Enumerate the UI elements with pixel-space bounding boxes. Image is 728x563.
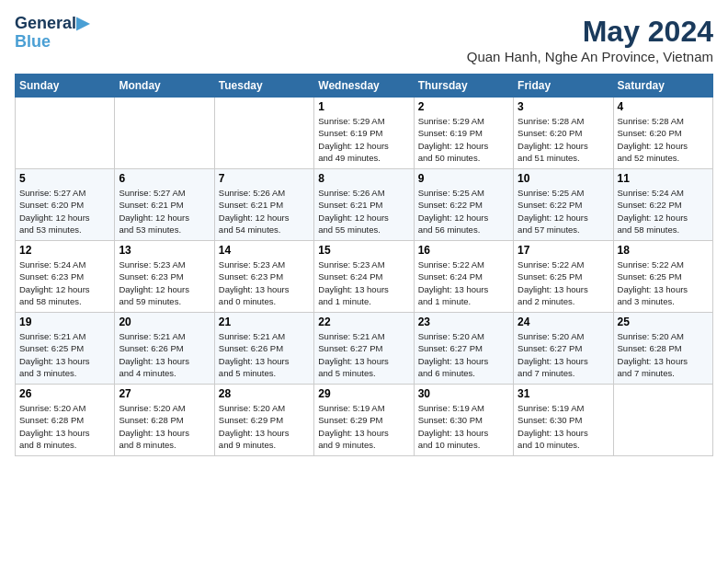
day-number: 1 — [318, 100, 409, 113]
day-info: Sunrise: 5:23 AM Sunset: 6:24 PM Dayligh… — [318, 259, 409, 307]
calendar-week-row: 26Sunrise: 5:20 AM Sunset: 6:28 PM Dayli… — [16, 385, 713, 456]
day-number: 25 — [618, 316, 709, 328]
calendar-cell: 18Sunrise: 5:22 AM Sunset: 6:25 PM Dayli… — [613, 241, 712, 313]
day-number: 7 — [219, 172, 310, 185]
day-number: 2 — [418, 100, 509, 113]
weekday-header-row: SundayMondayTuesdayWednesdayThursdayFrid… — [16, 75, 713, 98]
day-number: 30 — [418, 387, 509, 400]
day-number: 5 — [19, 172, 110, 185]
day-number: 31 — [518, 387, 609, 400]
calendar-cell — [16, 98, 115, 169]
calendar-cell: 24Sunrise: 5:20 AM Sunset: 6:27 PM Dayli… — [514, 313, 613, 385]
location-title: Quan Hanh, Nghe An Province, Vietnam — [467, 49, 713, 64]
weekday-header: Sunday — [16, 75, 115, 98]
calendar-cell: 20Sunrise: 5:21 AM Sunset: 6:26 PM Dayli… — [115, 313, 214, 385]
day-number: 3 — [518, 100, 609, 113]
day-info: Sunrise: 5:26 AM Sunset: 6:21 PM Dayligh… — [318, 187, 409, 236]
calendar-cell: 6Sunrise: 5:27 AM Sunset: 6:21 PM Daylig… — [115, 169, 214, 241]
day-info: Sunrise: 5:29 AM Sunset: 6:19 PM Dayligh… — [318, 115, 409, 164]
day-number: 23 — [418, 316, 509, 328]
day-info: Sunrise: 5:28 AM Sunset: 6:20 PM Dayligh… — [618, 115, 709, 164]
day-info: Sunrise: 5:21 AM Sunset: 6:26 PM Dayligh… — [219, 330, 310, 379]
calendar-cell: 3Sunrise: 5:28 AM Sunset: 6:20 PM Daylig… — [514, 98, 613, 169]
day-info: Sunrise: 5:22 AM Sunset: 6:24 PM Dayligh… — [418, 259, 509, 307]
day-number: 17 — [518, 244, 609, 257]
day-number: 9 — [418, 172, 509, 185]
calendar-cell: 23Sunrise: 5:20 AM Sunset: 6:27 PM Dayli… — [414, 313, 513, 385]
day-info: Sunrise: 5:22 AM Sunset: 6:25 PM Dayligh… — [518, 259, 609, 307]
day-info: Sunrise: 5:24 AM Sunset: 6:22 PM Dayligh… — [618, 187, 709, 236]
calendar-cell: 21Sunrise: 5:21 AM Sunset: 6:26 PM Dayli… — [214, 313, 313, 385]
day-info: Sunrise: 5:25 AM Sunset: 6:22 PM Dayligh… — [518, 187, 609, 236]
day-number: 19 — [19, 316, 110, 328]
calendar-cell: 8Sunrise: 5:26 AM Sunset: 6:21 PM Daylig… — [314, 169, 414, 241]
weekday-header: Wednesday — [314, 75, 414, 98]
calendar-week-row: 5Sunrise: 5:27 AM Sunset: 6:20 PM Daylig… — [16, 169, 713, 241]
day-info: Sunrise: 5:19 AM Sunset: 6:30 PM Dayligh… — [518, 402, 609, 451]
day-info: Sunrise: 5:23 AM Sunset: 6:23 PM Dayligh… — [119, 259, 210, 307]
day-number: 20 — [119, 316, 210, 328]
calendar-cell: 14Sunrise: 5:23 AM Sunset: 6:23 PM Dayli… — [214, 241, 313, 313]
day-number: 6 — [119, 172, 210, 185]
calendar-cell: 4Sunrise: 5:28 AM Sunset: 6:20 PM Daylig… — [613, 98, 712, 169]
day-info: Sunrise: 5:20 AM Sunset: 6:28 PM Dayligh… — [119, 402, 210, 451]
calendar-cell: 7Sunrise: 5:26 AM Sunset: 6:21 PM Daylig… — [214, 169, 313, 241]
day-info: Sunrise: 5:20 AM Sunset: 6:27 PM Dayligh… — [418, 330, 509, 379]
day-info: Sunrise: 5:20 AM Sunset: 6:27 PM Dayligh… — [518, 330, 609, 379]
day-info: Sunrise: 5:28 AM Sunset: 6:20 PM Dayligh… — [518, 115, 609, 164]
calendar-cell: 22Sunrise: 5:21 AM Sunset: 6:27 PM Dayli… — [314, 313, 414, 385]
day-number: 14 — [219, 244, 310, 257]
calendar-cell: 15Sunrise: 5:23 AM Sunset: 6:24 PM Dayli… — [314, 241, 414, 313]
calendar-cell: 12Sunrise: 5:24 AM Sunset: 6:23 PM Dayli… — [16, 241, 115, 313]
calendar-cell: 19Sunrise: 5:21 AM Sunset: 6:25 PM Dayli… — [16, 313, 115, 385]
day-number: 22 — [318, 316, 409, 328]
calendar-cell — [115, 98, 214, 169]
calendar-cell: 30Sunrise: 5:19 AM Sunset: 6:30 PM Dayli… — [414, 385, 513, 456]
day-info: Sunrise: 5:21 AM Sunset: 6:25 PM Dayligh… — [19, 330, 110, 379]
calendar-week-row: 1Sunrise: 5:29 AM Sunset: 6:19 PM Daylig… — [16, 98, 713, 169]
day-info: Sunrise: 5:19 AM Sunset: 6:29 PM Dayligh… — [318, 402, 409, 451]
logo: General▶Blue — [15, 15, 89, 52]
weekday-header: Saturday — [613, 75, 712, 98]
title-block: May 2024 Quan Hanh, Nghe An Province, Vi… — [467, 15, 713, 64]
day-number: 16 — [418, 244, 509, 257]
day-info: Sunrise: 5:27 AM Sunset: 6:20 PM Dayligh… — [19, 187, 110, 236]
calendar-table: SundayMondayTuesdayWednesdayThursdayFrid… — [15, 74, 713, 456]
calendar-week-row: 19Sunrise: 5:21 AM Sunset: 6:25 PM Dayli… — [16, 313, 713, 385]
day-info: Sunrise: 5:19 AM Sunset: 6:30 PM Dayligh… — [418, 402, 509, 451]
day-number: 10 — [518, 172, 609, 185]
calendar-cell: 5Sunrise: 5:27 AM Sunset: 6:20 PM Daylig… — [16, 169, 115, 241]
calendar-cell: 1Sunrise: 5:29 AM Sunset: 6:19 PM Daylig… — [314, 98, 414, 169]
day-info: Sunrise: 5:20 AM Sunset: 6:28 PM Dayligh… — [618, 330, 709, 379]
calendar-week-row: 12Sunrise: 5:24 AM Sunset: 6:23 PM Dayli… — [16, 241, 713, 313]
day-info: Sunrise: 5:20 AM Sunset: 6:28 PM Dayligh… — [19, 402, 110, 451]
calendar-cell: 11Sunrise: 5:24 AM Sunset: 6:22 PM Dayli… — [613, 169, 712, 241]
logo-text: General▶Blue — [15, 15, 89, 52]
calendar-cell — [214, 98, 313, 169]
day-number: 21 — [219, 316, 310, 328]
day-info: Sunrise: 5:26 AM Sunset: 6:21 PM Dayligh… — [219, 187, 310, 236]
day-number: 26 — [19, 387, 110, 400]
calendar-cell: 28Sunrise: 5:20 AM Sunset: 6:29 PM Dayli… — [214, 385, 313, 456]
weekday-header: Thursday — [414, 75, 513, 98]
calendar-cell: 9Sunrise: 5:25 AM Sunset: 6:22 PM Daylig… — [414, 169, 513, 241]
weekday-header: Tuesday — [214, 75, 313, 98]
day-number: 29 — [318, 387, 409, 400]
calendar-cell: 31Sunrise: 5:19 AM Sunset: 6:30 PM Dayli… — [514, 385, 613, 456]
day-number: 24 — [518, 316, 609, 328]
calendar-cell — [613, 385, 712, 456]
day-info: Sunrise: 5:20 AM Sunset: 6:29 PM Dayligh… — [219, 402, 310, 451]
day-number: 18 — [618, 244, 709, 257]
day-info: Sunrise: 5:27 AM Sunset: 6:21 PM Dayligh… — [119, 187, 210, 236]
day-number: 12 — [19, 244, 110, 257]
day-info: Sunrise: 5:24 AM Sunset: 6:23 PM Dayligh… — [19, 259, 110, 307]
calendar-cell: 25Sunrise: 5:20 AM Sunset: 6:28 PM Dayli… — [613, 313, 712, 385]
day-info: Sunrise: 5:25 AM Sunset: 6:22 PM Dayligh… — [418, 187, 509, 236]
day-info: Sunrise: 5:29 AM Sunset: 6:19 PM Dayligh… — [418, 115, 509, 164]
day-number: 15 — [318, 244, 409, 257]
day-number: 13 — [119, 244, 210, 257]
day-number: 4 — [618, 100, 709, 113]
day-number: 11 — [618, 172, 709, 185]
calendar-cell: 29Sunrise: 5:19 AM Sunset: 6:29 PM Dayli… — [314, 385, 414, 456]
day-info: Sunrise: 5:21 AM Sunset: 6:27 PM Dayligh… — [318, 330, 409, 379]
